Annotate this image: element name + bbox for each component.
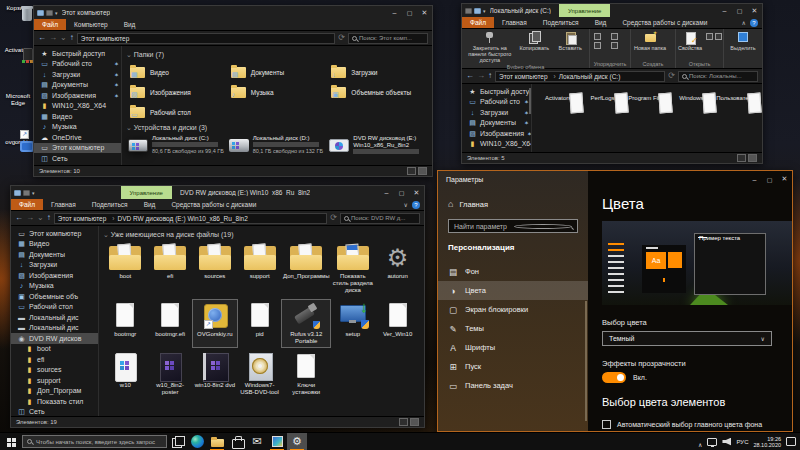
sidebar-item[interactable]: Сеть xyxy=(34,153,121,164)
folder-item[interactable]: Activators xyxy=(536,91,580,104)
sidebar-item[interactable]: Доп_Програм xyxy=(11,386,98,397)
desktop-icon[interactable]: Activators xyxy=(0,46,36,54)
ribbon-tab[interactable]: Средства работы с дисками xyxy=(163,199,264,210)
close-button[interactable] xyxy=(747,4,762,17)
up-button[interactable]: ↑ xyxy=(488,72,492,80)
ribbon-tab[interactable]: Файл xyxy=(462,17,494,28)
ribbon-tab[interactable]: Главная xyxy=(43,199,84,210)
details-view-button[interactable] xyxy=(737,154,746,162)
drive-item[interactable]: DVD RW дисковод (E:) Win10_x86_Ru_8in2 xyxy=(327,135,428,154)
taskbar-app-icon[interactable] xyxy=(187,433,207,450)
scrollbar[interactable] xyxy=(529,88,531,114)
file-item[interactable]: pid xyxy=(237,300,282,347)
search-input[interactable]: Поиск: DVD RW д... xyxy=(340,213,420,224)
taskbar-app-icon[interactable] xyxy=(227,433,247,450)
scrollbar[interactable] xyxy=(585,301,587,421)
minimize-button[interactable] xyxy=(387,6,402,19)
home-nav-item[interactable]: Главная xyxy=(438,197,588,211)
title-bar[interactable]: Параметры xyxy=(438,171,792,187)
sidebar-item[interactable]: Этот компьютер xyxy=(11,228,98,239)
title-bar[interactable]: ▾ Управление DVD RW дисковод (E:) Win10_… xyxy=(11,186,424,199)
clock[interactable]: 19:2628.10.2020 xyxy=(753,436,781,448)
thumbnails-view-button[interactable] xyxy=(410,418,419,426)
collapse-ribbon-icon[interactable]: ∧ xyxy=(742,19,746,26)
search-input[interactable]: Поиск: Локальны... xyxy=(678,71,758,82)
copy-button[interactable]: Копировать xyxy=(518,30,552,51)
maximize-button[interactable] xyxy=(402,6,417,19)
file-item[interactable]: OVGorskiy.ru xyxy=(193,300,238,347)
sidebar-item[interactable]: Локальный дис xyxy=(11,323,98,334)
sidebar-item[interactable]: OneDrive xyxy=(34,132,121,143)
ribbon-tab[interactable]: Поделиться xyxy=(84,199,136,210)
forward-button[interactable]: → xyxy=(477,72,485,80)
ribbon-tab[interactable]: Вид xyxy=(136,199,164,210)
folder-item[interactable]: ▤ Документы xyxy=(227,62,328,82)
folder-item[interactable]: Windows xyxy=(669,91,713,104)
settings-nav-item[interactable]: ⊞ Пуск xyxy=(438,357,588,376)
folder-item[interactable]: ▣ Объемные объекты xyxy=(327,82,428,102)
details-view-button[interactable] xyxy=(399,418,408,426)
transparency-toggle[interactable] xyxy=(602,372,626,383)
drive-item[interactable]: Локальный диск (C:) 80,6 ГБ свободно из … xyxy=(126,135,227,154)
new-folder-button[interactable]: Новая папка xyxy=(633,30,667,51)
quick-access-toolbar[interactable]: ▾ xyxy=(465,8,486,14)
sidebar-item[interactable]: Рабочий стол xyxy=(11,302,98,313)
sidebar-item[interactable]: Видео xyxy=(11,239,98,250)
close-button[interactable] xyxy=(777,171,792,187)
expand-ribbon-icon[interactable]: ∨ xyxy=(404,201,408,208)
start-button[interactable] xyxy=(0,433,22,450)
maximize-button[interactable] xyxy=(762,171,777,187)
up-button[interactable]: ↑ xyxy=(47,214,51,222)
file-item[interactable]: win10-8in2 dvd xyxy=(193,351,238,398)
language-indicator[interactable]: РУС xyxy=(736,439,748,445)
breadcrumb[interactable]: Этот компьютер xyxy=(499,73,548,80)
taskbar-app-icon[interactable] xyxy=(247,433,267,450)
file-item[interactable]: w10 xyxy=(103,351,148,398)
sidebar-item[interactable]: Локальный дис xyxy=(11,312,98,323)
manage-tab[interactable]: Управление xyxy=(121,186,172,199)
sidebar-item[interactable]: Рабочий сто xyxy=(462,97,531,108)
search-input[interactable]: Поиск: Этот комп... xyxy=(348,33,428,44)
file-item[interactable]: support xyxy=(237,242,282,296)
folder-item[interactable]: ▨ Изображения xyxy=(126,82,227,102)
breadcrumb[interactable]: Этот компьютер xyxy=(81,35,130,42)
back-button[interactable]: ← xyxy=(466,72,474,80)
settings-nav-item[interactable]: ▭ Панель задач xyxy=(438,376,588,395)
sidebar-item[interactable]: support xyxy=(11,375,98,386)
select-button[interactable]: Выделить xyxy=(726,30,760,51)
forward-button[interactable]: → xyxy=(49,34,57,42)
sidebar-item[interactable]: Загрузки xyxy=(11,260,98,271)
sidebar-item[interactable]: Объемные объ xyxy=(11,291,98,302)
address-field[interactable]: Этот компьютер xyxy=(77,33,336,44)
sidebar-item[interactable]: Изображения xyxy=(11,270,98,281)
breadcrumb[interactable]: DVD RW дисковод (E:) Win10_x86_Ru_8in2 xyxy=(109,215,248,222)
folder-item[interactable]: Пользователи xyxy=(714,91,758,104)
desktop-icon[interactable]: Корзина xyxy=(0,4,36,12)
maximize-button[interactable] xyxy=(394,186,409,199)
group-header-folders[interactable]: Папки (7) xyxy=(126,51,428,59)
minimize-button[interactable] xyxy=(747,171,762,187)
volume-icon[interactable] xyxy=(722,438,731,446)
minimize-button[interactable] xyxy=(379,186,394,199)
title-bar[interactable]: ▾ Локальный диск (C:) Управление xyxy=(462,4,762,17)
sidebar-item[interactable]: efi xyxy=(11,354,98,365)
taskbar-app-icon[interactable] xyxy=(287,433,307,450)
action-center-icon[interactable] xyxy=(786,437,796,446)
sidebar-item[interactable]: Видео xyxy=(34,111,121,122)
network-icon[interactable] xyxy=(707,438,717,446)
maximize-button[interactable] xyxy=(732,4,747,17)
ribbon-tab[interactable]: Вид xyxy=(587,17,615,28)
refresh-button[interactable]: ⟳ xyxy=(668,72,675,80)
settings-nav-item[interactable]: ✎ Темы xyxy=(438,319,588,338)
folder-item[interactable]: ♪ Музыка xyxy=(227,82,328,102)
file-item[interactable]: Ключи установки xyxy=(282,351,330,398)
sidebar-item[interactable]: Этот компьютер xyxy=(34,143,121,154)
desktop-icon[interactable]: ovgorskiy xyxy=(0,138,36,146)
recent-locations-button[interactable]: ⌄ xyxy=(60,34,67,42)
taskbar-search-input[interactable]: Чтобы начать поиск, введите здесь запрос xyxy=(22,435,167,448)
manage-tab[interactable]: Управление xyxy=(559,4,610,17)
back-button[interactable]: ← xyxy=(38,34,46,42)
settings-nav-item[interactable]: A Шрифты xyxy=(438,338,588,357)
sidebar-item[interactable]: Изображения xyxy=(34,90,121,101)
paste-button[interactable]: Вставить xyxy=(553,30,587,51)
